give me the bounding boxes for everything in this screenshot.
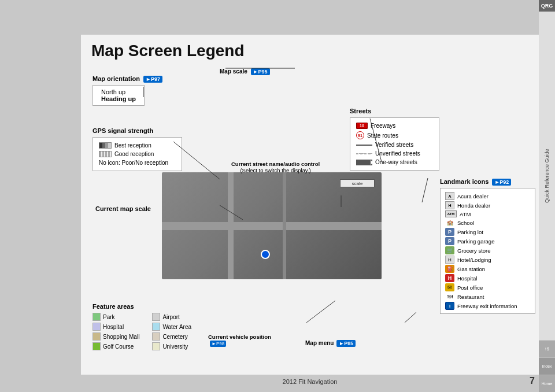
feature-airport: Airport bbox=[152, 313, 191, 321]
gps-box: Best reception Good reception No icon: P… bbox=[92, 137, 182, 171]
landmark-parking-garage: PParking garage bbox=[445, 236, 530, 246]
feature-cemetery: Cemetery bbox=[152, 332, 191, 341]
landmark-section: Landmark icons ►P92 AAcura dealer HHonda… bbox=[440, 178, 535, 314]
feature-university: University bbox=[152, 342, 191, 350]
feature-water: Water Area bbox=[152, 323, 191, 331]
street-name-control-label: Current street name/audio control (Selec… bbox=[231, 161, 320, 173]
feature-park: Park bbox=[92, 313, 139, 321]
feature-golf-course: Golf Course bbox=[92, 342, 139, 350]
vehicle-position-marker bbox=[261, 250, 270, 259]
gps-good: Good reception bbox=[99, 150, 176, 158]
map-orientation-ref: ►P97 bbox=[143, 76, 162, 83]
qrg-tab[interactable]: QRG bbox=[539, 0, 555, 12]
landmark-freeway-exit: iFreeway exit information bbox=[445, 301, 530, 310]
qrg-vertical-label: Quick Reference Guide bbox=[543, 12, 551, 340]
tab-index[interactable]: Index bbox=[539, 357, 555, 375]
map-display-area: scale bbox=[162, 172, 382, 279]
landmark-hotel: HHotel/Lodging bbox=[445, 255, 530, 264]
street-verified: Verified streets bbox=[356, 140, 433, 149]
feature-areas-label: Feature areas bbox=[92, 303, 191, 310]
street-freeways: 10 Freeways bbox=[356, 121, 433, 130]
gps-none: No icon: Poor/No reception bbox=[99, 158, 176, 167]
sidebar-bottom-tabs: ↑$ Index Home bbox=[539, 340, 555, 392]
map-orientation-section: Map orientation ►P97 North up Heading up bbox=[92, 75, 162, 106]
page-title: Map Screen Legend bbox=[91, 42, 245, 60]
streets-label: Streets bbox=[350, 108, 439, 114]
street-state: 91 State routes bbox=[356, 130, 433, 140]
current-position-ref: ►P98 bbox=[210, 341, 226, 347]
landmark-grocery: 🛒Grocery store bbox=[445, 246, 530, 255]
landmark-label: Landmark icons ►P92 bbox=[440, 178, 535, 186]
landmark-hospital: HHospital bbox=[445, 273, 530, 283]
map-scale-ref: ►P95 bbox=[251, 68, 270, 75]
page-footer: 2012 Fit Navigation bbox=[81, 378, 539, 385]
feature-hospital: Hospital bbox=[92, 323, 139, 331]
map-menu-ref: ►P85 bbox=[336, 340, 356, 347]
gps-label: GPS signal strength bbox=[92, 127, 182, 134]
streets-section: Streets 10 Freeways 91 State routes Veri… bbox=[350, 108, 439, 171]
map-menu-label: Map menu ►P85 bbox=[305, 340, 356, 347]
current-vehicle-position-label: Current vehicle position ►P98 bbox=[208, 334, 271, 347]
feature-areas-grid: Park Airport Hospital Water Area Shoppin… bbox=[92, 313, 191, 350]
feature-shopping-mall: Shopping Mall bbox=[92, 332, 139, 341]
landmark-acura: AAcura dealer bbox=[445, 191, 530, 201]
street-oneway: One-way streets bbox=[356, 158, 433, 167]
landmark-post-office: ✉Post office bbox=[445, 283, 530, 292]
tab-money[interactable]: ↑$ bbox=[539, 340, 555, 357]
landmark-gas: ⛽Gas station bbox=[445, 264, 530, 273]
landmark-honda: HHonda dealer bbox=[445, 201, 530, 210]
map-scale-label: Map scale ►P95 bbox=[220, 68, 270, 75]
map-scale-bar: scale bbox=[340, 179, 375, 187]
map-orientation-label: Map orientation ►P97 bbox=[92, 75, 162, 83]
orientation-option-north: North up bbox=[101, 88, 136, 95]
gps-best: Best reception bbox=[99, 141, 176, 150]
tab-home[interactable]: Home bbox=[539, 375, 555, 392]
orientation-option-heading: Heading up bbox=[101, 95, 136, 102]
page-number: 7 bbox=[530, 376, 535, 386]
landmark-ref: ►P92 bbox=[492, 179, 511, 186]
landmark-atm: ATMATM bbox=[445, 210, 530, 218]
landmark-school: 🏫School bbox=[445, 218, 530, 227]
landmark-restaurant: 🍽Restaurant bbox=[445, 292, 530, 301]
gps-section: GPS signal strength Best reception Good … bbox=[92, 127, 182, 171]
streets-box: 10 Freeways 91 State routes Verified str… bbox=[350, 117, 439, 171]
landmark-parking-lot: PParking lot bbox=[445, 227, 530, 236]
map-orientation-box: North up Heading up bbox=[92, 85, 145, 106]
right-sidebar: QRG Quick Reference Guide ↑$ Index Home bbox=[539, 0, 555, 392]
street-unverified: Unverified streets bbox=[356, 149, 433, 158]
landmark-box: AAcura dealer HHonda dealer ATMATM 🏫Scho… bbox=[440, 188, 535, 314]
feature-areas-section: Feature areas Park Airport Hospital Wate… bbox=[92, 303, 191, 350]
current-map-scale-label: Current map scale bbox=[95, 205, 151, 212]
